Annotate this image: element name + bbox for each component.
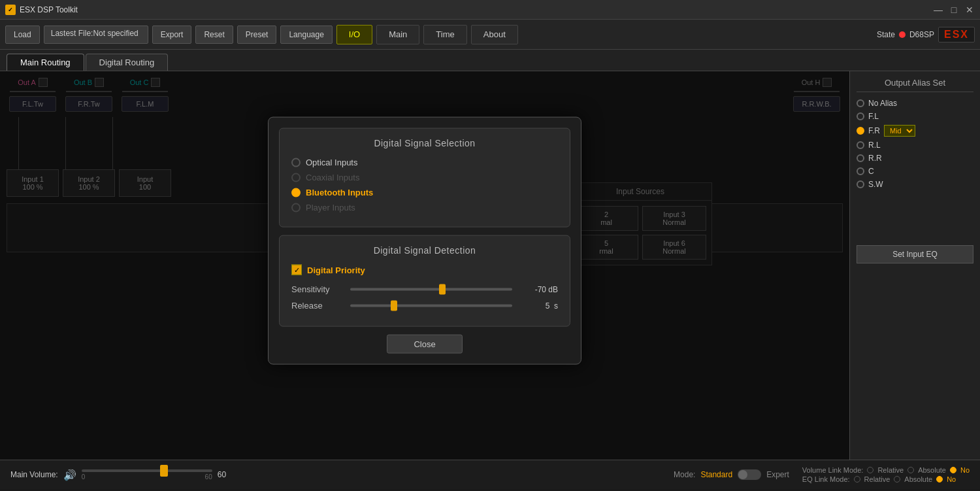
file-path: Lastest File:Not specified (44, 25, 148, 44)
close-modal-button[interactable]: Close (387, 335, 462, 354)
tab-bar: Main Routing Digital Routing (0, 50, 980, 71)
volume-slider-track[interactable] (82, 469, 212, 472)
app-icon: ✓ (5, 5, 16, 15)
rr-label: R.R (868, 154, 882, 163)
signal-selection-section: Digital Signal Selection Optical Inputs … (279, 128, 570, 228)
volume-icon: 🔊 (63, 469, 76, 481)
volume-link-no: No (960, 466, 970, 474)
alias-fl[interactable]: F.L (857, 112, 973, 121)
title-bar-left: ✓ ESX DSP Toolkit (5, 5, 78, 15)
no-alias-radio (857, 99, 864, 107)
alias-rl[interactable]: R.L (857, 141, 973, 150)
volume-value: 60 (218, 470, 226, 479)
fl-radio (857, 112, 864, 120)
release-row: Release 5 s (291, 301, 558, 311)
eq-link-label: EQ Link Mode: (802, 475, 850, 483)
main-button[interactable]: Main (376, 25, 419, 44)
sensitivity-slider[interactable] (350, 288, 512, 290)
mode-toggle[interactable] (738, 469, 761, 480)
bluetooth-radio (291, 188, 301, 197)
export-button[interactable]: Export (152, 25, 192, 44)
alias-title: Output Alias Set (857, 78, 973, 92)
fr-dropdown[interactable]: Mid Tw Wb (884, 125, 915, 137)
digital-priority-checkbox[interactable]: ✓ (291, 265, 302, 275)
tab-digital-routing[interactable]: Digital Routing (86, 54, 169, 71)
fr-label: F.R (868, 126, 880, 135)
alias-sw[interactable]: S.W (857, 180, 973, 189)
release-slider[interactable] (350, 304, 512, 307)
reset-button[interactable]: Reset (195, 25, 233, 44)
bluetooth-inputs-option[interactable]: Bluetooth Inputs (291, 188, 558, 197)
maximize-button[interactable]: □ (949, 5, 959, 15)
state-indicator (899, 31, 906, 38)
digital-priority-label: Digital Priority (307, 265, 365, 275)
routing-area: Out A F.L.Tw Out B F.R.Tw Out C (0, 71, 849, 460)
bottom-bar: Main Volume: 🔊 0 60 60 Mode: Standard Ex… (0, 460, 980, 489)
minimize-button[interactable]: — (933, 5, 943, 15)
link-area: Volume Link Mode: Relative Absolute No E… (802, 466, 970, 483)
language-button[interactable]: Language (280, 25, 332, 44)
sw-radio (857, 180, 864, 188)
mode-prefix: Mode: (674, 470, 695, 479)
alias-rr[interactable]: R.R (857, 154, 973, 163)
sensitivity-value: -70 dB (519, 284, 558, 294)
volume-link-label: Volume Link Mode: (802, 466, 864, 474)
bluetooth-label: Bluetooth Inputs (306, 188, 373, 197)
eq-link-relative: Relative (864, 475, 890, 483)
state-area: State D68SP (877, 30, 934, 39)
signal-detection-section: Digital Signal Detection ✓ Digital Prior… (279, 235, 570, 327)
optical-label: Optical Inputs (306, 158, 358, 167)
player-radio (291, 203, 301, 212)
eq-link-absolute-radio[interactable] (894, 476, 900, 483)
volume-link-absolute-radio[interactable] (907, 467, 914, 473)
title-bar-controls: — □ ✕ (933, 5, 975, 15)
preset-button[interactable]: Preset (237, 25, 277, 44)
volume-min: 0 (82, 473, 86, 481)
sensitivity-row: Sensitivity -70 dB (291, 284, 558, 294)
time-button[interactable]: Time (423, 25, 466, 44)
state-label: State (877, 30, 895, 39)
io-button[interactable]: I/O (336, 25, 372, 44)
optical-radio (291, 158, 301, 167)
volume-link-absolute: Absolute (918, 466, 946, 474)
mode-standard-label: Standard (700, 470, 732, 479)
app-title: ESX DSP Toolkit (20, 5, 78, 14)
device-label: D68SP (909, 30, 934, 39)
player-inputs-option: Player Inputs (291, 203, 558, 212)
eq-link-relative-radio[interactable] (854, 476, 860, 483)
tab-main-routing[interactable]: Main Routing (7, 54, 84, 71)
mode-expert-label: Expert (766, 470, 789, 479)
main-content: Out A F.L.Tw Out B F.R.Tw Out C (0, 71, 980, 460)
alias-c[interactable]: C (857, 167, 973, 176)
alias-fr[interactable]: F.R Mid Tw Wb (857, 125, 973, 137)
toolbar: Load Lastest File:Not specified Export R… (0, 20, 980, 50)
digital-priority-row: ✓ Digital Priority (291, 265, 558, 275)
sensitivity-thumb (439, 284, 446, 294)
alias-no-alias[interactable]: No Alias (857, 99, 973, 108)
optical-inputs-option[interactable]: Optical Inputs (291, 158, 558, 167)
close-button[interactable]: ✕ (964, 5, 975, 15)
rr-radio (857, 154, 864, 162)
digital-signal-modal: Digital Signal Selection Optical Inputs … (268, 117, 581, 365)
about-button[interactable]: About (471, 25, 518, 44)
eq-link-no-radio[interactable] (936, 476, 943, 483)
brand-logo: ESX (938, 27, 975, 42)
sensitivity-label: Sensitivity (291, 284, 344, 294)
fr-radio (857, 127, 864, 135)
mode-toggle-thumb (738, 470, 747, 479)
volume-max: 60 (205, 473, 212, 481)
fl-label: F.L (868, 112, 879, 121)
volume-link-relative-radio[interactable] (867, 467, 874, 473)
rl-label: R.L (868, 141, 881, 150)
load-button[interactable]: Load (5, 25, 40, 44)
eq-link-row: EQ Link Mode: Relative Absolute No (802, 475, 970, 483)
eq-link-no: No (947, 475, 956, 483)
release-thumb (391, 300, 397, 311)
title-bar: ✓ ESX DSP Toolkit — □ ✕ (0, 0, 980, 20)
sw-label: S.W (868, 180, 883, 189)
mode-area: Mode: Standard Expert (674, 469, 789, 480)
volume-label: Main Volume: (10, 470, 58, 479)
volume-link-no-radio[interactable] (950, 467, 956, 473)
volume-area: Main Volume: 🔊 0 60 60 (10, 469, 226, 481)
set-input-eq-button[interactable]: Set Input EQ (857, 245, 973, 263)
